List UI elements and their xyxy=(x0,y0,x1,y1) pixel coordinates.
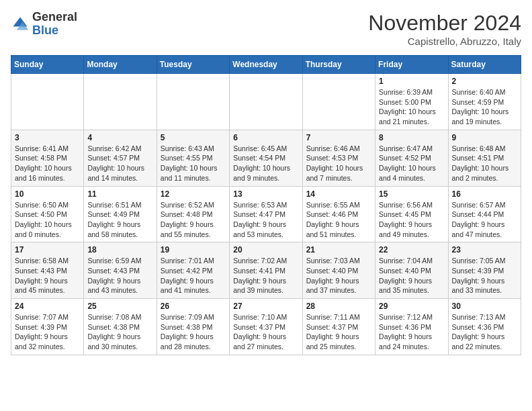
header-cell-tuesday: Tuesday xyxy=(157,56,229,74)
calendar-cell xyxy=(84,74,157,130)
calendar-cell: 9Sunrise: 6:48 AMSunset: 4:51 PMDaylight… xyxy=(448,130,521,186)
month-title: November 2024 xyxy=(368,11,521,36)
day-info: Sunrise: 7:11 AMSunset: 4:37 PMDaylight:… xyxy=(306,312,371,352)
calendar-cell: 27Sunrise: 7:10 AMSunset: 4:37 PMDayligh… xyxy=(230,299,302,355)
day-info: Sunrise: 6:46 AMSunset: 4:53 PMDaylight:… xyxy=(306,144,371,183)
day-number: 1 xyxy=(379,77,444,86)
day-number: 23 xyxy=(452,245,517,255)
day-number: 10 xyxy=(15,189,80,199)
calendar-cell: 23Sunrise: 7:05 AMSunset: 4:39 PMDayligh… xyxy=(448,242,521,299)
day-number: 6 xyxy=(233,133,298,142)
day-info: Sunrise: 7:04 AMSunset: 4:40 PMDaylight:… xyxy=(379,256,444,295)
calendar-cell: 21Sunrise: 7:03 AMSunset: 4:40 PMDayligh… xyxy=(302,242,375,299)
logo: General Blue xyxy=(11,11,77,38)
day-info: Sunrise: 6:40 AMSunset: 4:59 PMDaylight:… xyxy=(452,87,517,127)
day-info: Sunrise: 6:39 AMSunset: 5:00 PMDaylight:… xyxy=(379,87,444,127)
calendar-cell: 20Sunrise: 7:02 AMSunset: 4:41 PMDayligh… xyxy=(230,242,302,299)
day-info: Sunrise: 7:05 AMSunset: 4:39 PMDaylight:… xyxy=(452,256,517,295)
calendar-cell: 25Sunrise: 7:08 AMSunset: 4:38 PMDayligh… xyxy=(84,299,157,355)
calendar-cell: 6Sunrise: 6:45 AMSunset: 4:54 PMDaylight… xyxy=(230,130,302,186)
calendar-cell: 8Sunrise: 6:47 AMSunset: 4:52 PMDaylight… xyxy=(375,130,448,186)
day-number: 24 xyxy=(15,302,80,311)
day-number: 19 xyxy=(161,245,226,255)
calendar-cell: 1Sunrise: 6:39 AMSunset: 5:00 PMDaylight… xyxy=(375,74,448,130)
day-info: Sunrise: 7:13 AMSunset: 4:36 PMDaylight:… xyxy=(452,312,517,352)
day-number: 16 xyxy=(452,189,517,199)
calendar-cell: 12Sunrise: 6:52 AMSunset: 4:48 PMDayligh… xyxy=(157,186,229,242)
calendar-cell: 3Sunrise: 6:41 AMSunset: 4:58 PMDaylight… xyxy=(11,130,84,186)
header-cell-wednesday: Wednesday xyxy=(230,56,302,74)
calendar-cell: 26Sunrise: 7:09 AMSunset: 4:38 PMDayligh… xyxy=(157,299,229,355)
calendar-cell: 4Sunrise: 6:42 AMSunset: 4:57 PMDaylight… xyxy=(84,130,157,186)
day-info: Sunrise: 6:43 AMSunset: 4:55 PMDaylight:… xyxy=(161,144,226,183)
calendar-cell: 13Sunrise: 6:53 AMSunset: 4:47 PMDayligh… xyxy=(230,186,302,242)
calendar-cell xyxy=(157,74,229,130)
day-info: Sunrise: 7:01 AMSunset: 4:42 PMDaylight:… xyxy=(161,256,226,295)
calendar-body: 1Sunrise: 6:39 AMSunset: 5:00 PMDaylight… xyxy=(11,74,521,355)
week-row-2: 3Sunrise: 6:41 AMSunset: 4:58 PMDaylight… xyxy=(11,130,521,186)
day-number: 5 xyxy=(161,133,226,142)
calendar-cell: 7Sunrise: 6:46 AMSunset: 4:53 PMDaylight… xyxy=(302,130,375,186)
day-number: 21 xyxy=(306,245,371,255)
day-info: Sunrise: 6:57 AMSunset: 4:44 PMDaylight:… xyxy=(452,200,517,240)
day-info: Sunrise: 6:42 AMSunset: 4:57 PMDaylight:… xyxy=(87,144,152,183)
day-info: Sunrise: 7:12 AMSunset: 4:36 PMDaylight:… xyxy=(379,312,444,352)
day-number: 28 xyxy=(306,302,371,311)
day-info: Sunrise: 7:09 AMSunset: 4:38 PMDaylight:… xyxy=(161,312,226,352)
day-number: 12 xyxy=(161,189,226,199)
calendar-cell xyxy=(302,74,375,130)
day-number: 4 xyxy=(87,133,152,142)
calendar-cell: 10Sunrise: 6:50 AMSunset: 4:50 PMDayligh… xyxy=(11,186,84,242)
calendar-cell: 5Sunrise: 6:43 AMSunset: 4:55 PMDaylight… xyxy=(157,130,229,186)
day-info: Sunrise: 6:59 AMSunset: 4:43 PMDaylight:… xyxy=(87,256,152,295)
calendar-cell: 22Sunrise: 7:04 AMSunset: 4:40 PMDayligh… xyxy=(375,242,448,299)
day-number: 8 xyxy=(379,133,444,142)
day-info: Sunrise: 7:08 AMSunset: 4:38 PMDaylight:… xyxy=(87,312,152,352)
week-row-4: 17Sunrise: 6:58 AMSunset: 4:43 PMDayligh… xyxy=(11,242,521,299)
day-info: Sunrise: 7:02 AMSunset: 4:41 PMDaylight:… xyxy=(233,256,298,295)
day-info: Sunrise: 6:47 AMSunset: 4:52 PMDaylight:… xyxy=(379,144,444,183)
day-number: 30 xyxy=(452,302,517,311)
logo-icon xyxy=(11,15,30,34)
day-number: 17 xyxy=(15,245,80,255)
calendar-cell: 11Sunrise: 6:51 AMSunset: 4:49 PMDayligh… xyxy=(84,186,157,242)
calendar-cell: 29Sunrise: 7:12 AMSunset: 4:36 PMDayligh… xyxy=(375,299,448,355)
title-block: November 2024 Capistrello, Abruzzo, Ital… xyxy=(368,11,521,47)
day-info: Sunrise: 6:52 AMSunset: 4:48 PMDaylight:… xyxy=(161,200,226,240)
calendar-cell: 28Sunrise: 7:11 AMSunset: 4:37 PMDayligh… xyxy=(302,299,375,355)
logo-text: General Blue xyxy=(32,11,77,38)
day-number: 20 xyxy=(233,245,298,255)
calendar-cell: 14Sunrise: 6:55 AMSunset: 4:46 PMDayligh… xyxy=(302,186,375,242)
day-number: 29 xyxy=(379,302,444,311)
day-info: Sunrise: 6:48 AMSunset: 4:51 PMDaylight:… xyxy=(452,144,517,183)
day-number: 27 xyxy=(233,302,298,311)
calendar-cell: 24Sunrise: 7:07 AMSunset: 4:39 PMDayligh… xyxy=(11,299,84,355)
header-row: SundayMondayTuesdayWednesdayThursdayFrid… xyxy=(11,56,521,74)
day-number: 7 xyxy=(306,133,371,142)
day-number: 13 xyxy=(233,189,298,199)
page-header: General Blue November 2024 Capistrello, … xyxy=(11,11,521,47)
day-info: Sunrise: 6:51 AMSunset: 4:49 PMDaylight:… xyxy=(87,200,152,240)
week-row-1: 1Sunrise: 6:39 AMSunset: 5:00 PMDaylight… xyxy=(11,74,521,130)
week-row-3: 10Sunrise: 6:50 AMSunset: 4:50 PMDayligh… xyxy=(11,186,521,242)
day-info: Sunrise: 6:58 AMSunset: 4:43 PMDaylight:… xyxy=(15,256,80,295)
calendar-cell: 30Sunrise: 7:13 AMSunset: 4:36 PMDayligh… xyxy=(448,299,521,355)
calendar-cell: 2Sunrise: 6:40 AMSunset: 4:59 PMDaylight… xyxy=(448,74,521,130)
day-number: 14 xyxy=(306,189,371,199)
calendar-cell: 15Sunrise: 6:56 AMSunset: 4:45 PMDayligh… xyxy=(375,186,448,242)
week-row-5: 24Sunrise: 7:07 AMSunset: 4:39 PMDayligh… xyxy=(11,299,521,355)
calendar-cell xyxy=(11,74,84,130)
day-number: 11 xyxy=(87,189,152,199)
day-info: Sunrise: 6:41 AMSunset: 4:58 PMDaylight:… xyxy=(15,144,80,183)
header-cell-saturday: Saturday xyxy=(448,56,521,74)
calendar-cell: 19Sunrise: 7:01 AMSunset: 4:42 PMDayligh… xyxy=(157,242,229,299)
header-cell-thursday: Thursday xyxy=(302,56,375,74)
calendar-header: SundayMondayTuesdayWednesdayThursdayFrid… xyxy=(11,56,521,74)
day-number: 25 xyxy=(87,302,152,311)
calendar-cell xyxy=(230,74,302,130)
day-info: Sunrise: 6:50 AMSunset: 4:50 PMDaylight:… xyxy=(15,200,80,240)
day-info: Sunrise: 7:07 AMSunset: 4:39 PMDaylight:… xyxy=(15,312,80,352)
day-number: 18 xyxy=(87,245,152,255)
day-info: Sunrise: 6:55 AMSunset: 4:46 PMDaylight:… xyxy=(306,200,371,240)
day-number: 22 xyxy=(379,245,444,255)
